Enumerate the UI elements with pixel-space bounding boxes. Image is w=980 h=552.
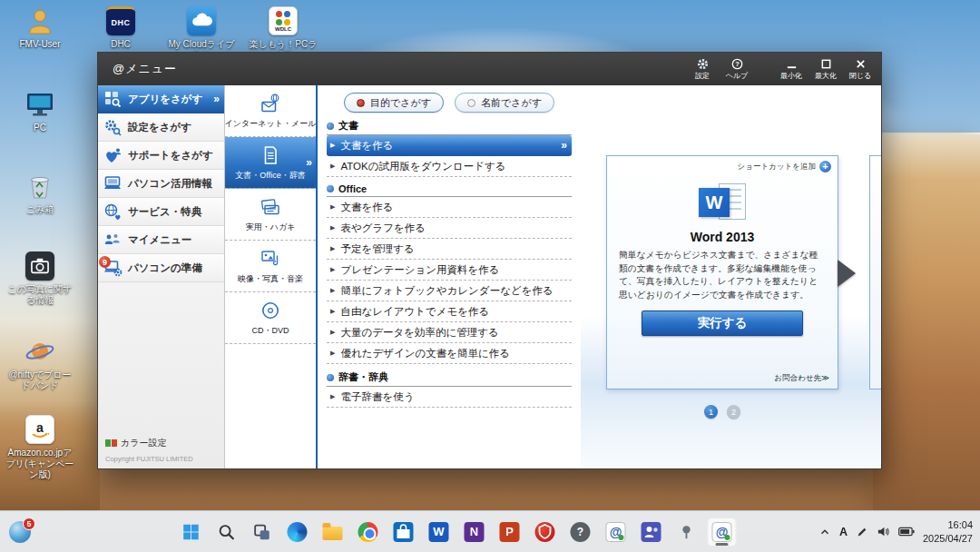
atmenu-window: @メニュー 設定 ? ヘルプ 最小化 最大化 閉じる: [97, 52, 882, 469]
minimize-button[interactable]: 最小化: [774, 56, 808, 83]
arrow-icon: ▶: [330, 287, 335, 294]
sidebar-footer: カラー設定 Copyright FUJITSU LIMITED: [98, 433, 224, 468]
task-view-icon: [251, 522, 271, 542]
section-heading-dictionary: 辞書・辞典: [327, 370, 572, 387]
category-practical-postcard[interactable]: 実用・ハガキ: [225, 189, 316, 241]
list-item[interactable]: ▶ ATOKの試用版をダウンロードする: [327, 156, 572, 177]
help-button[interactable]: ? ヘルプ: [720, 56, 754, 83]
page-dot-1[interactable]: 1: [704, 405, 718, 419]
atmenu-launcher-button[interactable]: [601, 518, 630, 547]
color-setting-button[interactable]: カラー設定: [105, 437, 217, 449]
microsoft-store-button[interactable]: [388, 518, 417, 547]
pin-button[interactable]: [671, 518, 701, 547]
planet-icon: [24, 336, 55, 367]
onenote-button[interactable]: [459, 518, 488, 547]
list-item-label: 文書を作る: [340, 139, 393, 153]
list-item[interactable]: ▶簡単にフォトブックやカレンダーなどを作る: [327, 281, 572, 301]
search-button[interactable]: [211, 518, 240, 547]
maximize-button[interactable]: 最大化: [808, 56, 843, 83]
desktop-icon-pc[interactable]: PC: [5, 89, 75, 133]
desktop-icon-label: この写真に関する情報: [5, 284, 75, 306]
close-button[interactable]: 閉じる: [843, 56, 877, 83]
taskbar-clock[interactable]: 16:04 2025/04/27: [923, 518, 973, 545]
heart-person-icon: [103, 145, 122, 165]
disc-icon: [260, 300, 281, 321]
carousel-next-button[interactable]: [838, 260, 856, 287]
support-button[interactable]: [565, 518, 594, 547]
ime-mode-indicator[interactable]: A: [839, 526, 848, 538]
pen-icon[interactable]: [856, 526, 868, 538]
sidebar-item-label: サポートをさがす: [128, 149, 213, 163]
desktop-icon-nifty[interactable]: @niftyでブロードバンド: [5, 336, 75, 391]
sidebar-item-label: マイメニュー: [128, 233, 191, 247]
contact-link[interactable]: お問合わせ先≫: [775, 373, 830, 384]
sidebar-item-my-menu[interactable]: マイメニュー: [98, 226, 224, 254]
list-item[interactable]: ▶表やグラフを作る: [327, 218, 572, 239]
arrow-icon: ▶: [330, 393, 335, 400]
battery-icon[interactable]: [898, 527, 915, 537]
task-view-button[interactable]: [247, 518, 276, 547]
list-item[interactable]: ▶ 文書を作る: [327, 135, 572, 156]
list-item[interactable]: ▶プレゼンテーション用資料を作る: [327, 260, 572, 281]
mcafee-button[interactable]: [530, 518, 559, 547]
list-item[interactable]: ▶文書を作る: [327, 197, 572, 218]
category-document-office[interactable]: 文書・Office・辞書: [225, 137, 316, 189]
tab-search-by-name[interactable]: 名前でさがす: [455, 93, 554, 113]
postcard-icon: [260, 196, 281, 218]
list-item[interactable]: ▶電子辞書を使う: [327, 387, 572, 408]
volume-icon[interactable]: [877, 525, 890, 538]
sidebar-item-find-support[interactable]: サポートをさがす: [98, 142, 224, 170]
windows-logo-icon: [181, 522, 201, 542]
dhc-logo-icon: [105, 5, 136, 36]
teams-icon: [641, 522, 661, 542]
category-media-photo-music[interactable]: 映像・写真・音楽: [225, 241, 316, 292]
recycle-bin-icon: [24, 171, 55, 202]
list-item[interactable]: ▶大量のデータを効率的に管理する: [327, 322, 572, 343]
edge-browser-button[interactable]: [282, 518, 311, 547]
list-item[interactable]: ▶優れたデザインの文書を簡単に作る: [327, 343, 572, 364]
desktop-icon-label: ごみ箱: [26, 204, 54, 215]
arrow-icon: ▶: [330, 350, 335, 357]
taskbar: 5 A 16:04 2025/04/27: [0, 510, 980, 552]
file-explorer-button[interactable]: [318, 518, 347, 547]
category-internet-mail[interactable]: インターネット・メール: [225, 85, 316, 137]
tab-search-by-purpose[interactable]: 目的でさがす: [344, 93, 444, 113]
desktop-icon-fmv-user[interactable]: FMV-User: [5, 5, 75, 50]
minus-icon: [786, 58, 798, 70]
notification-tray-app-icon[interactable]: 5: [9, 521, 31, 543]
window-titlebar[interactable]: @メニュー 設定 ? ヘルプ 最小化 最大化 閉じる: [98, 53, 881, 85]
run-button[interactable]: 実行する: [642, 310, 803, 336]
teams-button[interactable]: [636, 518, 665, 547]
powerpoint-button[interactable]: [495, 518, 524, 547]
sidebar-item-find-apps[interactable]: アプリをさがす: [98, 85, 224, 113]
bullet-icon: [327, 374, 334, 381]
page-dot-2[interactable]: 2: [727, 405, 740, 419]
sidebar-item-pc-info[interactable]: パソコン活用情報: [98, 170, 224, 198]
task-list-column: 目的でさがす 名前でさがす 文書 ▶ 文書を作る ▶ ATOKの試用版をダウンロ…: [316, 85, 581, 468]
radio-dot-icon: [357, 99, 365, 107]
category-cd-dvd[interactable]: CD・DVD: [225, 292, 316, 344]
desktop-icon-photo-info[interactable]: この写真に関する情報: [5, 251, 75, 306]
list-item-label: プレゼンテーション用資料を作る: [340, 263, 499, 277]
sidebar-item-services[interactable]: サービス・特典: [98, 198, 224, 226]
desktop-icon-amazon[interactable]: a Amazon.co.jpアプリ(キャンペーン版): [5, 414, 75, 480]
desktop-icon-label: PC: [34, 123, 46, 133]
list-item[interactable]: ▶自由なレイアウトでメモを作る: [327, 301, 572, 322]
shield-icon: [534, 522, 554, 542]
hidden-icons-chevron-icon[interactable]: [818, 526, 831, 538]
window-body: アプリをさがす 設定をさがす サポートをさがす パソコン活用情報 サービス・特典…: [98, 85, 881, 468]
carousel-pager: 1 2: [606, 405, 838, 419]
section-heading-label: Office: [338, 183, 367, 194]
atmenu-window-button[interactable]: [707, 518, 736, 547]
settings-button[interactable]: 設定: [685, 56, 720, 83]
chrome-browser-button[interactable]: [353, 518, 382, 547]
word-button[interactable]: [424, 518, 453, 547]
add-shortcut-button[interactable]: ショートカットを追加: [738, 161, 831, 172]
sidebar-item-find-settings[interactable]: 設定をさがす: [98, 113, 224, 142]
list-item[interactable]: ▶予定を管理する: [327, 239, 572, 260]
desktop-icon-dhc[interactable]: DHC: [85, 5, 156, 50]
sidebar-item-pc-setup[interactable]: 9 パソコンの準備: [98, 254, 224, 282]
desktop-icon-recycle-bin[interactable]: ごみ箱: [5, 171, 75, 215]
window-title: @メニュー: [113, 61, 177, 77]
start-button[interactable]: [176, 518, 205, 547]
